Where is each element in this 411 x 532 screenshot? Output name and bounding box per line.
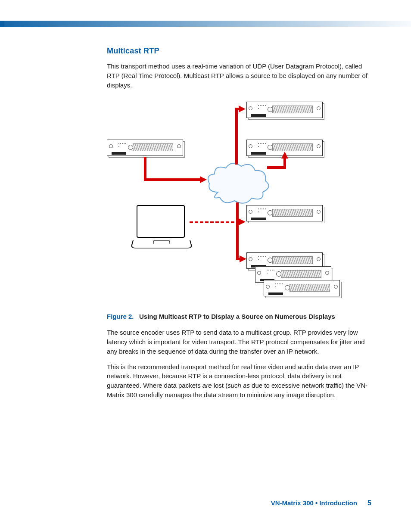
network-cloud [205,162,270,205]
figure-title: Using Multicast RTP to Display a Source … [139,313,335,320]
arrow-cloud-to-stack [236,202,239,260]
device-decoder-1 [246,102,323,118]
page-content: Multicast RTP This transport method uses… [107,47,371,406]
arrow-cloud-to-d1 [235,109,238,165]
figure-number: Figure 2. [107,313,134,320]
intro-paragraph: This transport method uses a real-time v… [107,62,371,90]
body-paragraph-2: The source encoder uses RTP to send data… [107,328,371,356]
device-decoder-stack [246,252,340,296]
section-heading: Multicast RTP [107,47,371,56]
device-decoder-3 [246,205,323,221]
dashed-control-link [190,221,240,223]
body-paragraph-3: This is the recommended transport method… [107,362,371,400]
page-footer: VN-Matrix 300 • Introduction 5 [271,499,371,507]
device-source-encoder [107,140,183,156]
footer-page-number: 5 [367,499,371,507]
figure-caption: Figure 2. Using Multicast RTP to Display… [107,313,371,320]
figure-2-diagram [107,97,371,304]
footer-breadcrumb: VN-Matrix 300 • Introduction [271,499,357,507]
arrow-source-to-cloud [144,157,146,181]
laptop-controller [133,205,189,248]
page-top-accent [0,21,411,27]
